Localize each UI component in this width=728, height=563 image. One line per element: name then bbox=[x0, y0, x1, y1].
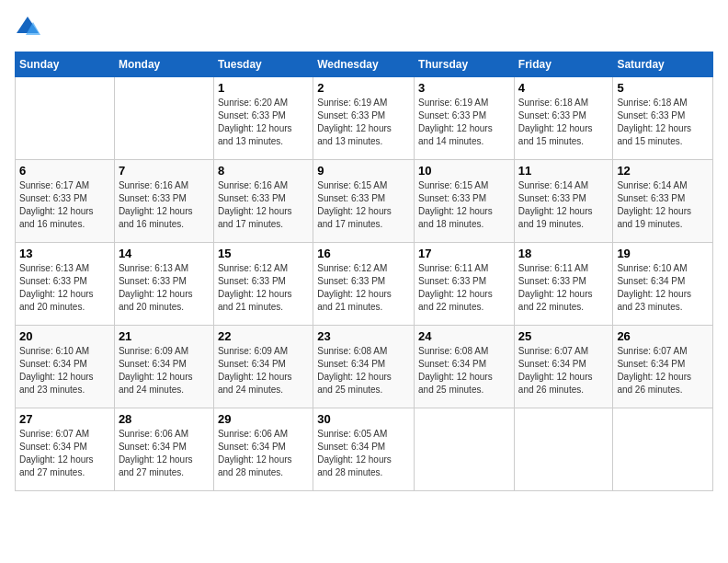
day-number: 28 bbox=[119, 412, 210, 426]
calendar-cell: 4Sunrise: 6:18 AM Sunset: 6:33 PM Daylig… bbox=[514, 77, 613, 160]
day-info: Sunrise: 6:07 AM Sunset: 6:34 PM Dayligh… bbox=[617, 345, 709, 396]
day-number: 26 bbox=[617, 329, 709, 343]
calendar-cell: 9Sunrise: 6:15 AM Sunset: 6:33 PM Daylig… bbox=[313, 160, 415, 243]
day-info: Sunrise: 6:08 AM Sunset: 6:34 PM Dayligh… bbox=[418, 345, 510, 396]
calendar-cell: 3Sunrise: 6:19 AM Sunset: 6:33 PM Daylig… bbox=[415, 77, 515, 160]
calendar-cell: 16Sunrise: 6:12 AM Sunset: 6:33 PM Dayli… bbox=[313, 243, 415, 326]
day-info: Sunrise: 6:09 AM Sunset: 6:34 PM Dayligh… bbox=[119, 345, 210, 396]
calendar-cell: 8Sunrise: 6:16 AM Sunset: 6:33 PM Daylig… bbox=[213, 160, 313, 243]
calendar-cell: 1Sunrise: 6:20 AM Sunset: 6:33 PM Daylig… bbox=[213, 77, 313, 160]
day-number: 27 bbox=[19, 412, 110, 426]
calendar-cell bbox=[613, 408, 713, 491]
page-header bbox=[15, 15, 713, 40]
calendar-cell: 11Sunrise: 6:14 AM Sunset: 6:33 PM Dayli… bbox=[514, 160, 613, 243]
day-number: 10 bbox=[418, 164, 510, 178]
day-number: 13 bbox=[19, 247, 110, 260]
day-number: 30 bbox=[317, 412, 410, 426]
calendar-week-row: 13Sunrise: 6:13 AM Sunset: 6:33 PM Dayli… bbox=[16, 243, 713, 326]
calendar-cell: 26Sunrise: 6:07 AM Sunset: 6:34 PM Dayli… bbox=[613, 326, 713, 408]
day-number: 15 bbox=[218, 247, 309, 260]
day-info: Sunrise: 6:09 AM Sunset: 6:34 PM Dayligh… bbox=[218, 345, 309, 396]
day-info: Sunrise: 6:13 AM Sunset: 6:33 PM Dayligh… bbox=[119, 262, 210, 314]
calendar-cell bbox=[415, 408, 515, 491]
day-info: Sunrise: 6:11 AM Sunset: 6:33 PM Dayligh… bbox=[518, 262, 609, 314]
calendar-cell: 28Sunrise: 6:06 AM Sunset: 6:34 PM Dayli… bbox=[114, 408, 213, 491]
day-info: Sunrise: 6:06 AM Sunset: 6:34 PM Dayligh… bbox=[119, 428, 210, 479]
day-info: Sunrise: 6:10 AM Sunset: 6:34 PM Dayligh… bbox=[617, 262, 709, 314]
calendar-cell: 12Sunrise: 6:14 AM Sunset: 6:33 PM Dayli… bbox=[613, 160, 713, 243]
calendar-cell: 24Sunrise: 6:08 AM Sunset: 6:34 PM Dayli… bbox=[415, 326, 515, 408]
calendar-table: SundayMondayTuesdayWednesdayThursdayFrid… bbox=[15, 52, 713, 491]
calendar-cell: 14Sunrise: 6:13 AM Sunset: 6:33 PM Dayli… bbox=[114, 243, 213, 326]
calendar-cell: 29Sunrise: 6:06 AM Sunset: 6:34 PM Dayli… bbox=[213, 408, 313, 491]
day-number: 22 bbox=[218, 329, 309, 343]
weekday-header-cell: Tuesday bbox=[213, 52, 313, 77]
calendar-cell: 6Sunrise: 6:17 AM Sunset: 6:33 PM Daylig… bbox=[16, 160, 115, 243]
day-info: Sunrise: 6:06 AM Sunset: 6:34 PM Dayligh… bbox=[218, 428, 309, 479]
day-number: 20 bbox=[19, 329, 110, 343]
day-info: Sunrise: 6:16 AM Sunset: 6:33 PM Dayligh… bbox=[119, 179, 210, 231]
calendar-cell: 18Sunrise: 6:11 AM Sunset: 6:33 PM Dayli… bbox=[514, 243, 613, 326]
calendar-cell: 17Sunrise: 6:11 AM Sunset: 6:33 PM Dayli… bbox=[415, 243, 515, 326]
calendar-cell: 5Sunrise: 6:18 AM Sunset: 6:33 PM Daylig… bbox=[613, 77, 713, 160]
day-info: Sunrise: 6:05 AM Sunset: 6:34 PM Dayligh… bbox=[317, 428, 410, 479]
weekday-header-cell: Sunday bbox=[16, 52, 115, 77]
day-info: Sunrise: 6:15 AM Sunset: 6:33 PM Dayligh… bbox=[317, 179, 410, 231]
calendar-cell bbox=[114, 77, 213, 160]
day-number: 17 bbox=[418, 247, 510, 260]
day-info: Sunrise: 6:15 AM Sunset: 6:33 PM Dayligh… bbox=[418, 179, 510, 231]
day-info: Sunrise: 6:16 AM Sunset: 6:33 PM Dayligh… bbox=[218, 179, 309, 231]
day-number: 8 bbox=[218, 164, 309, 178]
day-info: Sunrise: 6:08 AM Sunset: 6:34 PM Dayligh… bbox=[317, 345, 410, 396]
calendar-cell: 20Sunrise: 6:10 AM Sunset: 6:34 PM Dayli… bbox=[16, 326, 115, 408]
calendar-cell: 19Sunrise: 6:10 AM Sunset: 6:34 PM Dayli… bbox=[613, 243, 713, 326]
day-number: 7 bbox=[119, 164, 210, 178]
calendar-cell: 21Sunrise: 6:09 AM Sunset: 6:34 PM Dayli… bbox=[114, 326, 213, 408]
weekday-header-cell: Thursday bbox=[415, 52, 515, 77]
day-info: Sunrise: 6:14 AM Sunset: 6:33 PM Dayligh… bbox=[518, 179, 609, 231]
calendar-body: 1Sunrise: 6:20 AM Sunset: 6:33 PM Daylig… bbox=[16, 77, 713, 491]
calendar-cell: 27Sunrise: 6:07 AM Sunset: 6:34 PM Dayli… bbox=[16, 408, 115, 491]
day-number: 2 bbox=[317, 81, 410, 95]
day-info: Sunrise: 6:14 AM Sunset: 6:33 PM Dayligh… bbox=[617, 179, 709, 231]
day-info: Sunrise: 6:17 AM Sunset: 6:33 PM Dayligh… bbox=[19, 179, 110, 231]
weekday-header-cell: Friday bbox=[514, 52, 613, 77]
day-info: Sunrise: 6:12 AM Sunset: 6:33 PM Dayligh… bbox=[317, 262, 410, 314]
day-number: 9 bbox=[317, 164, 410, 178]
day-number: 12 bbox=[617, 164, 709, 178]
calendar-cell: 22Sunrise: 6:09 AM Sunset: 6:34 PM Dayli… bbox=[213, 326, 313, 408]
day-info: Sunrise: 6:10 AM Sunset: 6:34 PM Dayligh… bbox=[19, 345, 110, 396]
day-number: 5 bbox=[617, 81, 709, 95]
calendar-cell: 7Sunrise: 6:16 AM Sunset: 6:33 PM Daylig… bbox=[114, 160, 213, 243]
day-number: 23 bbox=[317, 329, 410, 343]
day-info: Sunrise: 6:19 AM Sunset: 6:33 PM Dayligh… bbox=[418, 97, 510, 148]
day-number: 19 bbox=[617, 247, 709, 260]
day-number: 11 bbox=[518, 164, 609, 178]
day-number: 3 bbox=[418, 81, 510, 95]
weekday-header-cell: Monday bbox=[114, 52, 213, 77]
calendar-cell: 10Sunrise: 6:15 AM Sunset: 6:33 PM Dayli… bbox=[415, 160, 515, 243]
calendar-week-row: 1Sunrise: 6:20 AM Sunset: 6:33 PM Daylig… bbox=[16, 77, 713, 160]
weekday-header-row: SundayMondayTuesdayWednesdayThursdayFrid… bbox=[16, 52, 713, 77]
calendar-week-row: 6Sunrise: 6:17 AM Sunset: 6:33 PM Daylig… bbox=[16, 160, 713, 243]
day-number: 29 bbox=[218, 412, 309, 426]
calendar-cell: 23Sunrise: 6:08 AM Sunset: 6:34 PM Dayli… bbox=[313, 326, 415, 408]
day-number: 6 bbox=[19, 164, 110, 178]
day-info: Sunrise: 6:20 AM Sunset: 6:33 PM Dayligh… bbox=[218, 97, 309, 148]
calendar-cell: 2Sunrise: 6:19 AM Sunset: 6:33 PM Daylig… bbox=[313, 77, 415, 160]
day-number: 16 bbox=[317, 247, 410, 260]
day-info: Sunrise: 6:07 AM Sunset: 6:34 PM Dayligh… bbox=[19, 428, 110, 479]
calendar-cell: 13Sunrise: 6:13 AM Sunset: 6:33 PM Dayli… bbox=[16, 243, 115, 326]
day-number: 1 bbox=[218, 81, 309, 95]
day-info: Sunrise: 6:19 AM Sunset: 6:33 PM Dayligh… bbox=[317, 97, 410, 148]
day-number: 14 bbox=[119, 247, 210, 260]
day-number: 4 bbox=[518, 81, 609, 95]
day-info: Sunrise: 6:13 AM Sunset: 6:33 PM Dayligh… bbox=[19, 262, 110, 314]
day-info: Sunrise: 6:18 AM Sunset: 6:33 PM Dayligh… bbox=[617, 97, 709, 148]
calendar-week-row: 20Sunrise: 6:10 AM Sunset: 6:34 PM Dayli… bbox=[16, 326, 713, 408]
day-number: 21 bbox=[119, 329, 210, 343]
calendar-cell bbox=[514, 408, 613, 491]
day-number: 25 bbox=[518, 329, 609, 343]
day-number: 18 bbox=[518, 247, 609, 260]
weekday-header-cell: Wednesday bbox=[313, 52, 415, 77]
